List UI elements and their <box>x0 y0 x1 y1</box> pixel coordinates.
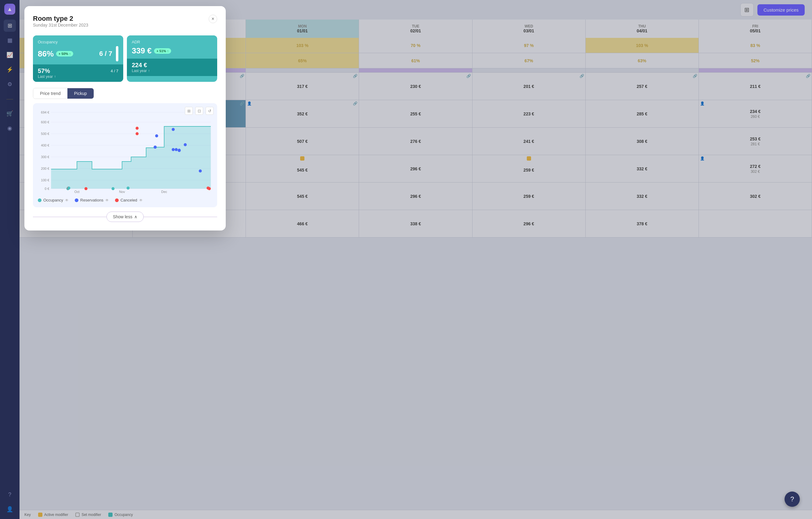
legend-canceled-entry: Canceled 👁 <box>115 198 143 202</box>
legend-circle-reservations <box>75 198 78 202</box>
legend-circle-canceled <box>115 198 119 202</box>
occupancy-card: Occupancy 86% + 50% ↑ 6 / 7 <box>33 35 123 82</box>
adr-card-bottom: 224 € Last year ↑ <box>127 59 217 76</box>
svg-text:Dec: Dec <box>162 190 168 194</box>
modal: Room type 2 Sunday 31st December 2023 × … <box>24 6 226 230</box>
svg-text:300 €: 300 € <box>41 155 49 159</box>
svg-point-45 <box>155 134 158 137</box>
svg-point-52 <box>126 187 129 190</box>
legend-circle-occupancy <box>38 198 41 202</box>
chart-legend: Occupancy 👁 Reservations 👁 Canceled 👁 <box>38 195 212 202</box>
svg-text:Oct: Oct <box>75 190 80 194</box>
eye-icon-canceled[interactable]: 👁 <box>139 198 143 202</box>
svg-text:500 €: 500 € <box>41 132 49 136</box>
chart-tabs: Price trend Pickup <box>33 88 94 99</box>
adr-badge: + 51% ↑ <box>154 48 171 54</box>
svg-point-49 <box>184 143 187 146</box>
modal-close-button[interactable]: × <box>209 15 217 23</box>
eye-icon-reservations[interactable]: 👁 <box>105 198 109 202</box>
adr-last-year-value: 224 € <box>132 62 147 69</box>
svg-point-51 <box>67 187 70 190</box>
adr-label: ADR <box>132 40 212 44</box>
adr-card: ADR 339 € + 51% ↑ 224 € Last year <box>127 35 217 82</box>
svg-point-35 <box>172 148 175 151</box>
occupancy-last-year-value: 57% <box>38 67 50 75</box>
occupancy-badge: + 50% ↑ <box>56 51 73 56</box>
adr-card-top: ADR 339 € + 51% ↑ <box>127 35 217 59</box>
svg-point-27 <box>154 146 157 149</box>
modal-title: Room type 2 <box>33 15 88 23</box>
svg-point-46 <box>175 148 178 151</box>
svg-text:200 €: 200 € <box>41 167 49 170</box>
svg-point-44 <box>206 187 209 190</box>
modal-title-area: Room type 2 Sunday 31st December 2023 <box>33 15 88 34</box>
adr-last-year-label: Last year ↑ <box>132 69 212 73</box>
legend-label-occupancy: Occupancy <box>43 198 63 202</box>
legend-reservations-entry: Reservations 👁 <box>75 198 109 202</box>
occupancy-bar <box>116 46 118 61</box>
chart-toolbar: ⊞ ⊡ ↺ <box>185 107 213 115</box>
occupancy-value-row: 86% + 50% ↑ 6 / 7 <box>38 46 118 61</box>
legend-label-reservations: Reservations <box>80 198 104 202</box>
show-less-row: Show less ∧ <box>33 212 217 222</box>
svg-text:Nov: Nov <box>119 190 125 194</box>
stats-row: Occupancy 86% + 50% ↑ 6 / 7 <box>33 35 217 82</box>
chart-container: ⊞ ⊡ ↺ 694 € 600 € 500 € 400 € 300 € 200 … <box>33 103 217 207</box>
svg-point-50 <box>199 169 202 172</box>
adr-value: 339 € <box>132 46 152 56</box>
chart-expand-btn[interactable]: ⊞ <box>185 107 193 115</box>
show-less-button[interactable]: Show less ∧ <box>107 212 144 222</box>
occupancy-card-top: Occupancy 86% + 50% ↑ 6 / 7 <box>33 35 123 64</box>
occupancy-label: Occupancy <box>38 40 118 44</box>
svg-text:400 €: 400 € <box>41 143 49 147</box>
support-button[interactable]: ? <box>785 492 800 507</box>
chevron-up-icon: ∧ <box>134 214 137 219</box>
svg-text:600 €: 600 € <box>41 120 49 124</box>
svg-point-39 <box>85 187 88 190</box>
svg-text:100 €: 100 € <box>41 178 49 182</box>
occupancy-card-bottom: 57% 4 / 7 Last year ↑ <box>33 64 123 82</box>
modal-header: Room type 2 Sunday 31st December 2023 × <box>33 15 217 34</box>
price-trend-chart: 694 € 600 € 500 € 400 € 300 € 200 € 100 … <box>38 108 212 194</box>
svg-point-20 <box>112 187 115 190</box>
adr-value-row: 339 € + 51% ↑ <box>132 46 212 56</box>
tab-pickup[interactable]: Pickup <box>67 88 94 99</box>
occupancy-last-year-label: Last year ↑ <box>38 75 118 79</box>
occupancy-value: 86% <box>38 49 54 59</box>
occupancy-rooms: 6 / 7 <box>99 50 112 58</box>
legend-label-canceled: Canceled <box>120 198 137 202</box>
chart-refresh-btn[interactable]: ↺ <box>206 107 213 115</box>
legend-occupancy-entry: Occupancy 👁 <box>38 198 69 202</box>
svg-text:694 €: 694 € <box>41 111 49 114</box>
modal-subtitle: Sunday 31st December 2023 <box>33 23 88 27</box>
svg-text:0 €: 0 € <box>45 187 49 191</box>
svg-point-40 <box>136 127 139 130</box>
eye-icon-occupancy[interactable]: 👁 <box>65 198 69 202</box>
svg-point-48 <box>172 128 175 131</box>
chart-collapse-btn[interactable]: ⊡ <box>195 107 203 115</box>
svg-point-47 <box>178 149 181 152</box>
tab-price-trend[interactable]: Price trend <box>33 88 67 99</box>
svg-point-43 <box>136 132 139 135</box>
